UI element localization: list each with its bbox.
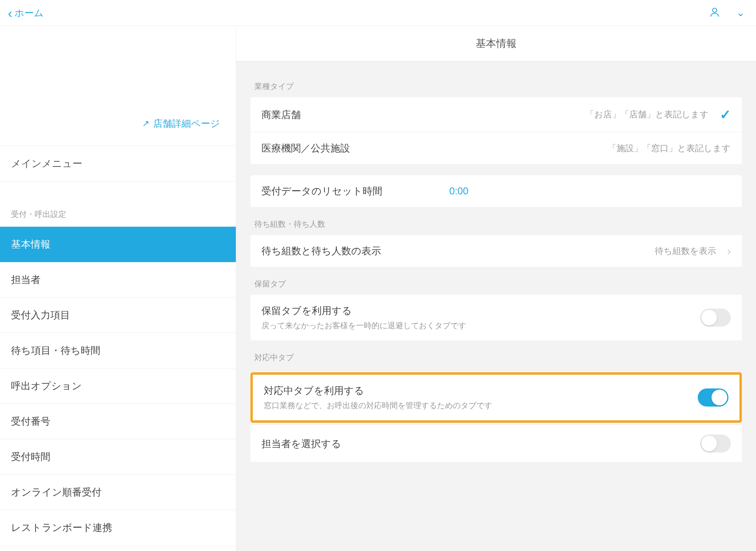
handling-tab-highlight: 対応中タブを利用する 窓口業務などで、お呼出後の対応時間を管理するためのタブです [250, 372, 742, 423]
sidebar-item-label: 受付時間 [11, 450, 50, 463]
sidebar-item-label: 基本情報 [11, 238, 50, 251]
sidebar-item-label: 受付番号 [11, 415, 50, 428]
business-type-option-commercial[interactable]: 商業店舗 「お店」「店舗」と表記します ✓ [250, 97, 742, 132]
sidebar-item-label: 待ち項目・待ち時間 [11, 344, 100, 357]
reset-time-title: 受付データのリセット時間 [261, 185, 382, 198]
reset-time-value: 0:00 [449, 185, 469, 197]
sidebar-main-menu[interactable]: メインメニュー [0, 146, 236, 181]
main: 基本情報 業種タイプ 商業店舗 「お店」「店舗」と表記します ✓ 医療機関／公共… [236, 26, 756, 551]
topbar: ‹ ホーム ⌄ [0, 0, 756, 26]
hold-tab-card: 保留タブを利用する 戻って来なかったお客様を一時的に退避しておくタブです [250, 295, 742, 340]
option-sub: 「施設」「窓口」と表記します [608, 142, 731, 154]
sidebar-item-reception-fields[interactable]: 受付入力項目 [0, 298, 236, 333]
main-header: 基本情報 [236, 26, 756, 61]
svg-point-0 [713, 8, 717, 12]
select-staff-row: 担当者を選択する [250, 425, 742, 462]
hold-tab-row: 保留タブを利用する 戻って来なかったお客様を一時的に退避しておくタブです [250, 295, 742, 340]
main-header-title: 基本情報 [476, 37, 517, 50]
reset-time-card: 受付データのリセット時間 0:00 [250, 175, 742, 207]
reset-time-row[interactable]: 受付データのリセット時間 0:00 [250, 175, 742, 207]
sidebar-item-restaurant-board[interactable]: レストランボード連携 [0, 510, 236, 545]
option-title: 医療機関／公共施設 [261, 142, 350, 155]
back-button[interactable]: ‹ ホーム [8, 6, 44, 20]
hold-tab-desc: 戻って来なかったお客様を一時的に退避しておくタブです [261, 320, 700, 331]
handling-tab-toggle[interactable] [698, 388, 728, 407]
group-label-business-type: 業種タイプ [250, 77, 742, 97]
select-staff-title: 担当者を選択する [261, 437, 341, 450]
wait-count-row[interactable]: 待ち組数と待ち人数の表示 待ち組数を表示 › [250, 235, 742, 267]
store-detail-link[interactable]: ↗ 店舗詳細ページ [142, 117, 220, 130]
handling-tab-desc: 窓口業務などで、お呼出後の対応時間を管理するためのタブです [264, 400, 698, 411]
business-type-card: 商業店舗 「お店」「店舗」と表記します ✓ 医療機関／公共施設 「施設」「窓口」… [250, 97, 742, 164]
chevron-down-icon[interactable]: ⌄ [736, 7, 745, 19]
sidebar: ↗ 店舗詳細ページ メインメニュー 受付・呼出設定 基本情報 担当者 受付入力項… [0, 26, 236, 551]
check-icon: ✓ [720, 107, 731, 122]
sidebar-item-basic-info[interactable]: 基本情報 [0, 227, 236, 262]
hold-tab-title: 保留タブを利用する [261, 304, 700, 317]
sidebar-item-label: 受付入力項目 [11, 309, 70, 322]
handling-tab-card: 対応中タブを利用する 窓口業務などで、お呼出後の対応時間を管理するためのタブです [253, 375, 739, 420]
sidebar-item-label: オンライン順番受付 [11, 486, 102, 499]
wait-count-value: 待ち組数を表示 [655, 245, 716, 257]
sidebar-item-reception-number[interactable]: 受付番号 [0, 404, 236, 439]
store-detail-link-label: 店舗詳細ページ [153, 117, 220, 130]
select-staff-card: 担当者を選択する [250, 425, 742, 462]
group-label-wait-count: 待ち組数・待ち人数 [250, 207, 742, 235]
content: 業種タイプ 商業店舗 「お店」「店舗」と表記します ✓ 医療機関／公共施設 「施… [236, 61, 756, 486]
business-type-option-medical[interactable]: 医療機関／公共施設 「施設」「窓口」と表記します [250, 132, 742, 164]
hold-tab-toggle[interactable] [700, 309, 731, 327]
wait-count-title: 待ち組数と待ち人数の表示 [261, 244, 381, 257]
option-title: 商業店舗 [261, 108, 301, 121]
group-label-handling-tab: 対応中タブ [250, 340, 742, 368]
chevron-left-icon: ‹ [8, 6, 12, 20]
sidebar-item-wait-items[interactable]: 待ち項目・待ち時間 [0, 333, 236, 368]
sidebar-item-online-queue[interactable]: オンライン順番受付 [0, 475, 236, 510]
handling-tab-title: 対応中タブを利用する [264, 384, 698, 397]
option-sub: 「お店」「店舗」と表記します [586, 109, 709, 120]
sidebar-item-staff[interactable]: 担当者 [0, 262, 236, 298]
store-detail-block: ↗ 店舗詳細ページ [0, 26, 236, 146]
back-label: ホーム [15, 7, 44, 19]
sidebar-main-menu-label: メインメニュー [11, 157, 82, 170]
sidebar-item-label: レストランボード連携 [11, 521, 112, 534]
user-icon[interactable] [709, 6, 721, 20]
external-link-icon: ↗ [142, 118, 149, 129]
sidebar-item-call-options[interactable]: 呼出オプション [0, 368, 236, 404]
sidebar-item-label: 呼出オプション [11, 379, 82, 392]
select-staff-toggle[interactable] [700, 435, 731, 453]
wait-count-card: 待ち組数と待ち人数の表示 待ち組数を表示 › [250, 235, 742, 267]
group-label-hold-tab: 保留タブ [250, 267, 742, 295]
topbar-right: ⌄ [709, 6, 745, 20]
handling-tab-row: 対応中タブを利用する 窓口業務などで、お呼出後の対応時間を管理するためのタブです [253, 375, 739, 420]
sidebar-item-label: 担当者 [11, 273, 41, 286]
layout: ↗ 店舗詳細ページ メインメニュー 受付・呼出設定 基本情報 担当者 受付入力項… [0, 26, 756, 551]
sidebar-section-label: 受付・呼出設定 [0, 181, 236, 227]
sidebar-item-reception-time[interactable]: 受付時間 [0, 439, 236, 475]
chevron-right-icon: › [727, 245, 731, 257]
